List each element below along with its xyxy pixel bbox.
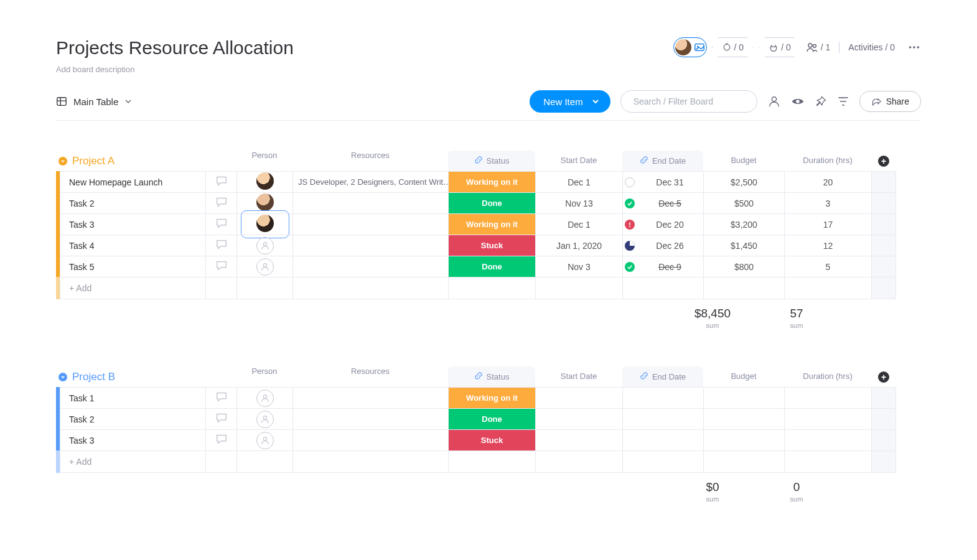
- column-header-start-date[interactable]: Start Date: [535, 151, 622, 171]
- end-date-cell[interactable]: [622, 387, 703, 408]
- table-row[interactable]: Task 3Stuck: [56, 429, 921, 450]
- view-tab-main-table[interactable]: Main Table: [56, 96, 132, 107]
- item-name-cell[interactable]: Task 1: [60, 387, 205, 408]
- resources-cell[interactable]: [292, 429, 448, 450]
- add-item-label[interactable]: + Add: [60, 277, 205, 299]
- end-date-cell[interactable]: Dec 20: [622, 213, 703, 235]
- column-header-budget[interactable]: Budget: [703, 151, 784, 171]
- budget-cell[interactable]: $2,500: [703, 171, 784, 192]
- add-item-label[interactable]: + Add: [60, 450, 205, 473]
- conversation-button[interactable]: [205, 171, 236, 192]
- person-cell-empty[interactable]: [256, 411, 274, 428]
- pin-icon[interactable]: [815, 95, 827, 108]
- conversation-button[interactable]: [205, 213, 236, 235]
- budget-cell[interactable]: $1,450: [703, 235, 784, 256]
- item-name-cell[interactable]: Task 3: [60, 429, 205, 450]
- person-filter-icon[interactable]: [767, 95, 781, 108]
- duration-cell[interactable]: 17: [784, 213, 871, 235]
- new-item-button[interactable]: New Item: [530, 90, 610, 113]
- eye-icon[interactable]: [791, 95, 805, 108]
- duration-cell[interactable]: 3: [784, 192, 871, 213]
- automations-pill[interactable]: / 0: [712, 37, 754, 57]
- filter-icon[interactable]: [837, 95, 849, 108]
- conversation-button[interactable]: [205, 429, 236, 450]
- column-header-person[interactable]: Person: [236, 151, 292, 171]
- end-date-cell[interactable]: Dec 31: [622, 171, 703, 192]
- column-header-duration[interactable]: Duration (hrs): [784, 151, 871, 171]
- start-date-cell[interactable]: Nov 3: [535, 256, 622, 277]
- budget-cell[interactable]: $800: [703, 256, 784, 277]
- person-cell[interactable]: [256, 194, 274, 213]
- duration-cell[interactable]: 5: [784, 256, 871, 277]
- start-date-cell[interactable]: Jan 1, 2020: [535, 235, 622, 256]
- add-column-button[interactable]: +: [871, 366, 896, 387]
- status-cell[interactable]: Working on it: [448, 387, 535, 408]
- person-cell[interactable]: [256, 172, 274, 192]
- item-name-cell[interactable]: New Homepage Launch: [60, 171, 205, 192]
- status-cell[interactable]: Stuck: [448, 429, 535, 450]
- conversation-button[interactable]: [205, 192, 236, 213]
- column-header-end-date[interactable]: End Date: [622, 151, 703, 171]
- column-header-start-date[interactable]: Start Date: [535, 366, 622, 387]
- resources-cell[interactable]: [292, 235, 448, 256]
- integrations-pill[interactable]: / 0: [759, 37, 801, 57]
- start-date-cell[interactable]: Dec 1: [535, 171, 622, 192]
- column-header-status[interactable]: Status: [448, 151, 535, 171]
- add-item-row[interactable]: + Add: [56, 450, 921, 473]
- person-cell[interactable]: [244, 213, 286, 235]
- person-cell-empty[interactable]: [256, 237, 274, 254]
- person-cell-empty[interactable]: [256, 390, 274, 407]
- end-date-cell[interactable]: Dec 9: [622, 256, 703, 277]
- budget-cell[interactable]: [703, 429, 784, 450]
- conversation-button[interactable]: [205, 408, 236, 429]
- start-date-cell[interactable]: Nov 13: [535, 192, 622, 213]
- table-row[interactable]: Task 1Working on it: [56, 387, 921, 408]
- column-header-end-date[interactable]: End Date: [622, 366, 703, 387]
- column-header-budget[interactable]: Budget: [703, 366, 784, 387]
- add-item-row[interactable]: + Add: [56, 277, 921, 299]
- more-menu-icon[interactable]: [907, 40, 921, 54]
- activities-link[interactable]: Activities / 0: [848, 42, 895, 52]
- column-header-resources[interactable]: Resources: [292, 366, 448, 387]
- table-row[interactable]: Task 3Working on itDec 1Dec 20$3,20017: [56, 213, 921, 235]
- person-cell-empty[interactable]: [256, 432, 274, 449]
- table-row[interactable]: Task 4StuckJan 1, 2020Dec 26$1,45012: [56, 235, 921, 256]
- end-date-cell[interactable]: Dec 5: [622, 192, 703, 213]
- resources-cell[interactable]: JS Developer, 2 Designers, Content Writ…: [292, 171, 448, 192]
- column-header-status[interactable]: Status: [448, 366, 535, 387]
- budget-cell[interactable]: $3,200: [703, 213, 784, 235]
- resources-cell[interactable]: [292, 408, 448, 429]
- group-header[interactable]: Project B: [56, 371, 205, 383]
- group-header[interactable]: Project A: [56, 155, 205, 167]
- status-cell[interactable]: Done: [448, 408, 535, 429]
- conversation-button[interactable]: [205, 387, 236, 408]
- item-name-cell[interactable]: Task 2: [60, 192, 205, 213]
- members-indicator[interactable]: / 1: [806, 41, 831, 54]
- start-date-cell[interactable]: Dec 1: [535, 213, 622, 235]
- end-date-cell[interactable]: [622, 408, 703, 429]
- add-column-button[interactable]: +: [871, 151, 896, 171]
- item-name-cell[interactable]: Task 3: [60, 213, 205, 235]
- conversation-button[interactable]: [205, 235, 236, 256]
- board-title[interactable]: Projects Resource Allocation: [56, 37, 294, 58]
- table-row[interactable]: New Homepage LaunchJS Developer, 2 Desig…: [56, 171, 921, 192]
- budget-cell[interactable]: $500: [703, 192, 784, 213]
- search-input[interactable]: [620, 90, 757, 113]
- resources-cell[interactable]: [292, 213, 448, 235]
- status-cell[interactable]: Stuck: [448, 235, 535, 256]
- budget-cell[interactable]: [703, 387, 784, 408]
- start-date-cell[interactable]: [535, 387, 622, 408]
- person-cell-empty[interactable]: [256, 258, 274, 276]
- start-date-cell[interactable]: [535, 408, 622, 429]
- column-header-person[interactable]: Person: [236, 366, 292, 387]
- status-cell[interactable]: Working on it: [448, 171, 535, 192]
- item-name-cell[interactable]: Task 4: [60, 235, 205, 256]
- duration-cell[interactable]: [784, 408, 871, 429]
- resources-cell[interactable]: [292, 387, 448, 408]
- duration-cell[interactable]: 20: [784, 171, 871, 192]
- duration-cell[interactable]: 12: [784, 235, 871, 256]
- table-row[interactable]: Task 2Done: [56, 408, 921, 429]
- board-owner-avatar[interactable]: [673, 37, 707, 57]
- item-name-cell[interactable]: Task 5: [60, 256, 205, 277]
- resources-cell[interactable]: [292, 192, 448, 213]
